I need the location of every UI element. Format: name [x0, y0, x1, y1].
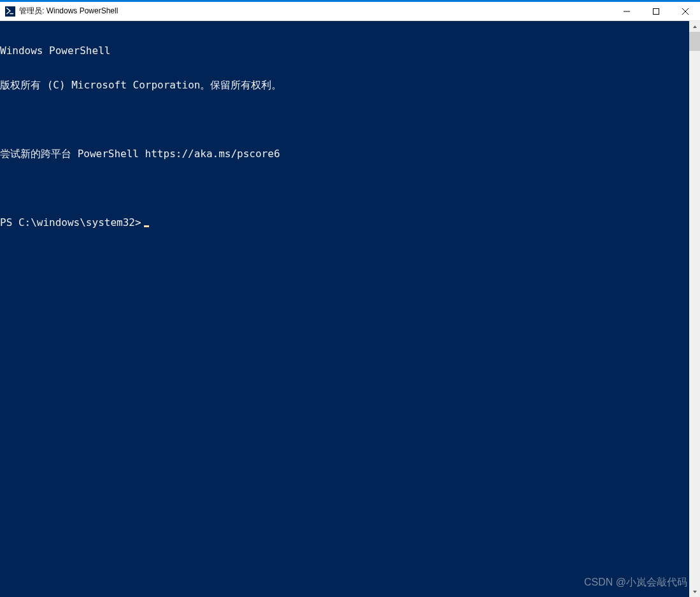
close-button[interactable] — [671, 2, 700, 20]
window-controls — [612, 2, 700, 20]
terminal-container: Windows PowerShell 版权所有 (C) Microsoft Co… — [0, 21, 700, 597]
scroll-down-button[interactable] — [689, 586, 700, 597]
terminal-line: 版权所有 (C) Microsoft Corporation。保留所有权利。 — [0, 80, 689, 91]
terminal-line — [0, 114, 689, 125]
terminal-line — [0, 183, 689, 194]
scroll-track[interactable] — [689, 32, 700, 586]
maximize-button[interactable] — [641, 2, 671, 20]
scroll-thumb[interactable] — [689, 32, 700, 51]
powershell-icon — [5, 6, 15, 17]
terminal-line: 尝试新的跨平台 PowerShell https://aka.ms/pscore… — [0, 148, 689, 160]
terminal-cursor — [144, 225, 149, 227]
terminal-prompt: PS C:\windows\system32> — [0, 217, 141, 228]
svg-rect-2 — [654, 8, 659, 14]
vertical-scrollbar[interactable] — [689, 21, 700, 597]
window-title: 管理员: Windows PowerShell — [19, 6, 118, 17]
scroll-up-button[interactable] — [689, 21, 700, 32]
terminal-prompt-line[interactable]: PS C:\windows\system32> — [0, 217, 689, 228]
terminal-line: Windows PowerShell — [0, 45, 689, 57]
terminal-output[interactable]: Windows PowerShell 版权所有 (C) Microsoft Co… — [0, 21, 689, 597]
minimize-button[interactable] — [612, 2, 641, 20]
window-titlebar[interactable]: 管理员: Windows PowerShell — [0, 2, 700, 21]
